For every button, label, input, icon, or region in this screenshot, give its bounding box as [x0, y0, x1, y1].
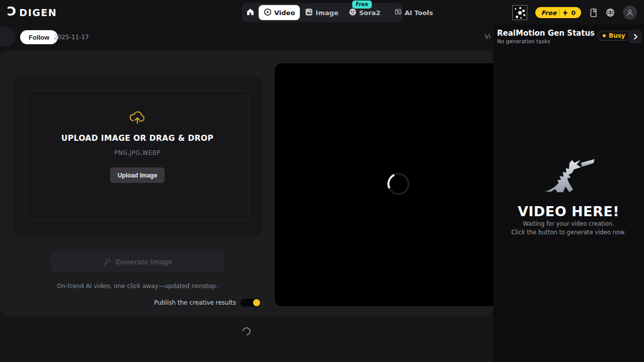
credits-pill[interactable]: Free 0 [535, 7, 581, 18]
page-loading-spinner [241, 326, 253, 337]
busy-status-badge: Busy [597, 31, 631, 41]
tab-sora2-label: Sora2 [359, 9, 381, 17]
clipped-video-title: Vi [485, 33, 491, 40]
empty-state-line2: Click the button to generate video now. [493, 229, 644, 236]
panel-subtitle: No generation tasks [497, 38, 550, 44]
post-date: 2025-11-17 [54, 34, 89, 41]
app-logo[interactable]: Ɔ DIGEN [7, 6, 57, 19]
home-button[interactable] [246, 5, 255, 20]
credit-divider [559, 10, 560, 16]
tab-ai-tools-label: AI Tools [405, 9, 433, 17]
image-icon [305, 8, 313, 18]
home-icon [246, 8, 255, 18]
language-globe-icon[interactable] [606, 8, 615, 17]
panel-title: RealMotion Gen Status [497, 29, 595, 38]
tagline: On-trend AI video, one click away—update… [0, 283, 275, 290]
busy-label: Busy [609, 32, 625, 39]
creation-card: UPLOAD IMAGE OR DRAG & DROP PNG,JPG,WEBP… [0, 50, 493, 316]
cloud-upload-icon [128, 109, 146, 126]
plan-label: Free [541, 9, 556, 17]
magic-wand-icon [103, 258, 111, 266]
tab-image-label: Image [315, 9, 338, 17]
particles-icon[interactable] [512, 5, 527, 20]
busy-dot-icon [603, 34, 606, 37]
upload-section: UPLOAD IMAGE OR DRAG & DROP PNG,JPG,WEBP… [13, 77, 262, 236]
video-preview [275, 63, 493, 306]
video-loading-spinner [384, 170, 413, 198]
guide-book-icon[interactable] [589, 9, 598, 17]
generate-image-label: Generate Image [116, 257, 173, 266]
ai-tools-icon [394, 8, 402, 17]
godzilla-icon [541, 190, 596, 200]
tab-video[interactable]: Video [259, 5, 300, 20]
upload-formats: PNG,JPG,WEBP [114, 149, 160, 156]
logo-text: DIGEN [19, 7, 57, 18]
publish-label: Publish the creative results [154, 299, 236, 306]
publish-toggle[interactable] [240, 299, 261, 307]
tab-video-label: Video [274, 9, 295, 17]
lightning-icon [563, 10, 568, 16]
tab-image[interactable]: Image [300, 5, 343, 20]
empty-state-title: VIDEO HERE! [493, 204, 644, 219]
toggle-knob [253, 299, 260, 306]
follow-button[interactable]: Follow [20, 30, 58, 44]
generate-image-button[interactable]: Generate Image [51, 251, 224, 273]
empty-video-state: VIDEO HERE! Waiting for your video creat… [493, 157, 644, 236]
upload-title: UPLOAD IMAGE OR DRAG & DROP [61, 134, 214, 143]
main-nav: Video Image Sora2 Free AI Tools [242, 3, 403, 22]
user-avatar[interactable] [623, 6, 637, 20]
publish-row: Publish the creative results [0, 299, 261, 307]
sora2-icon [349, 8, 357, 18]
topbar-right: Free 0 [512, 0, 637, 25]
upload-dropzone[interactable]: UPLOAD IMAGE OR DRAG & DROP PNG,JPG,WEBP… [26, 90, 249, 220]
free-badge: Free [352, 1, 372, 9]
app-root: Ɔ DIGEN Video Image [0, 0, 644, 362]
collapse-panel-button[interactable] [628, 30, 642, 43]
empty-state-line1: Waiting for your video creation. [493, 221, 644, 228]
gen-status-panel: RealMotion Gen Status No generation task… [493, 24, 644, 362]
video-icon [264, 8, 272, 18]
tab-ai-tools[interactable]: AI Tools [389, 5, 438, 20]
credit-count: 0 [571, 9, 576, 17]
upload-image-button[interactable]: Upload Image [110, 167, 165, 183]
logo-mark-icon: Ɔ [7, 5, 16, 18]
